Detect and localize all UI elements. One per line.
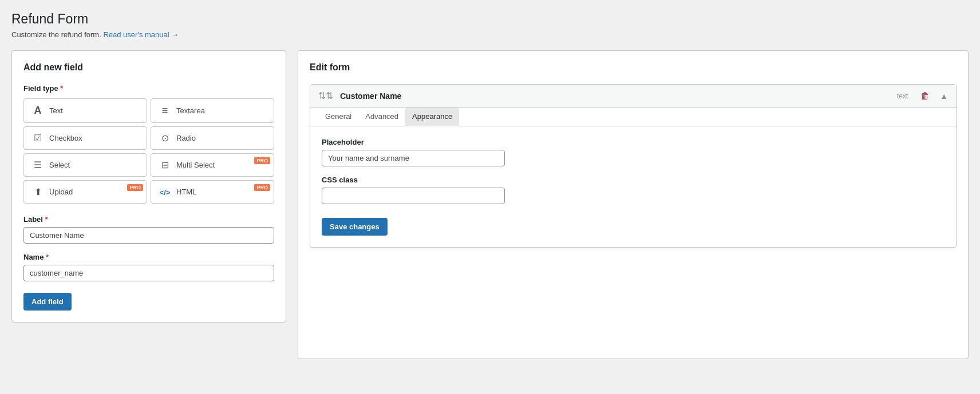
field-type-label: Field type * xyxy=(23,84,274,93)
upload-icon xyxy=(32,186,44,197)
field-type-upload-label: Upload xyxy=(49,188,73,196)
field-type-multiselect-label: Multi Select xyxy=(176,161,215,169)
html-icon xyxy=(159,187,171,197)
field-type-checkbox-label: Checkbox xyxy=(49,134,82,142)
field-type-select[interactable]: Select xyxy=(23,153,147,177)
label-group: Label * xyxy=(23,215,274,244)
page-title: Refund Form xyxy=(11,11,969,27)
label-input[interactable] xyxy=(23,227,274,244)
add-field-panel: Add new field Field type * Text Textarea… xyxy=(11,50,286,323)
field-type-textarea-label: Textarea xyxy=(176,106,205,115)
field-type-upload[interactable]: Upload PRO xyxy=(23,180,147,204)
collapse-icon[interactable]: ▲ xyxy=(940,91,948,101)
field-type-radio-label: Radio xyxy=(176,134,196,142)
field-type-multiselect[interactable]: Multi Select PRO xyxy=(151,153,274,177)
field-edit-body: Placeholder CSS class Save changes xyxy=(310,126,956,247)
pro-badge-upload: PRO xyxy=(127,184,143,191)
tab-appearance[interactable]: Appearance xyxy=(405,108,459,126)
edit-form-panel: Edit form ⇅ Customer Name text 🗑 ▲ Gener… xyxy=(298,50,969,359)
field-row-name: Customer Name xyxy=(340,91,890,101)
placeholder-group: Placeholder xyxy=(322,138,945,166)
name-input[interactable] xyxy=(23,265,274,281)
tab-general[interactable]: General xyxy=(318,108,358,126)
field-type-html-label: HTML xyxy=(176,188,196,196)
manual-link[interactable]: Read user's manual → xyxy=(103,30,179,39)
checkbox-icon xyxy=(32,133,44,144)
name-field-label: Name * xyxy=(23,253,274,261)
page-subtitle: Customize the refund form. Read user's m… xyxy=(11,30,969,39)
delete-icon[interactable]: 🗑 xyxy=(920,91,930,101)
textarea-icon xyxy=(159,105,171,117)
field-type-radio[interactable]: Radio xyxy=(151,126,274,150)
sort-icon[interactable]: ⇅ xyxy=(318,90,333,101)
field-type-text[interactable]: Text xyxy=(23,98,147,123)
pro-badge-multiselect: PRO xyxy=(254,157,270,164)
radio-icon xyxy=(159,133,171,144)
field-type-textarea[interactable]: Textarea xyxy=(151,98,274,123)
add-field-title: Add new field xyxy=(23,62,274,73)
edit-form-title: Edit form xyxy=(310,62,957,73)
multiselect-icon xyxy=(159,160,171,170)
css-class-input[interactable] xyxy=(322,188,505,204)
label-field-label: Label * xyxy=(23,215,274,224)
field-type-checkbox[interactable]: Checkbox xyxy=(23,126,147,150)
pro-badge-html: PRO xyxy=(254,184,270,191)
add-field-button[interactable]: Add field xyxy=(23,293,72,311)
placeholder-input[interactable] xyxy=(322,150,505,166)
tabs: General Advanced Appearance xyxy=(310,108,956,126)
field-row: ⇅ Customer Name text 🗑 ▲ General Advance… xyxy=(310,84,957,248)
select-icon xyxy=(32,160,44,170)
field-type-html[interactable]: HTML PRO xyxy=(151,180,274,204)
name-group: Name * xyxy=(23,253,274,281)
save-changes-button[interactable]: Save changes xyxy=(322,218,388,236)
text-icon xyxy=(32,105,44,117)
placeholder-label: Placeholder xyxy=(322,138,945,146)
field-type-select-label: Select xyxy=(49,161,70,169)
field-type-text-label: Text xyxy=(49,106,63,115)
css-class-group: CSS class xyxy=(322,176,945,204)
field-row-type: text xyxy=(897,92,908,100)
main-layout: Add new field Field type * Text Textarea… xyxy=(11,50,969,359)
tab-advanced[interactable]: Advanced xyxy=(358,108,405,126)
field-row-header: ⇅ Customer Name text 🗑 ▲ xyxy=(310,85,956,108)
field-type-grid: Text Textarea Checkbox Radio Select Mult xyxy=(23,98,274,204)
css-class-label: CSS class xyxy=(322,176,945,184)
